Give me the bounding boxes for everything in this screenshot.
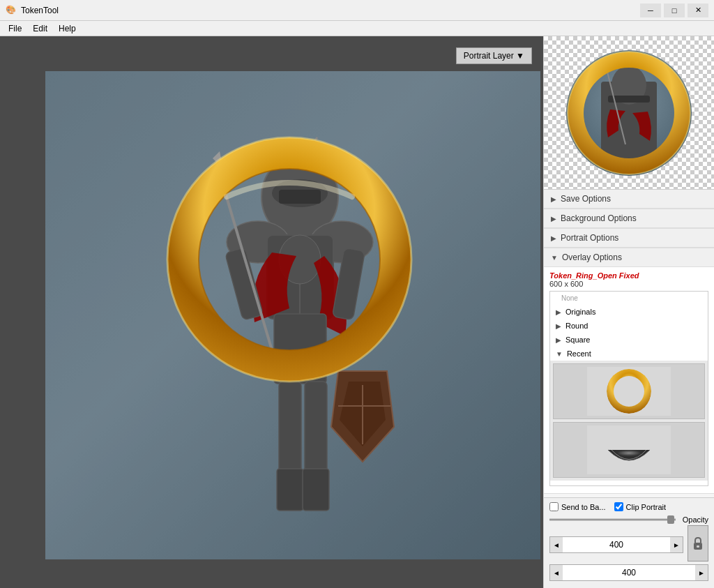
thumb-dark-ring-image xyxy=(587,425,671,474)
options-panel: ▶ Save Options ▶ Background Options ▶ Po… xyxy=(544,190,714,497)
token-preview-image xyxy=(563,47,695,179)
menu-help[interactable]: Help xyxy=(53,22,82,35)
window-controls: ─ □ ✕ xyxy=(640,3,708,17)
lock-icon xyxy=(692,536,704,550)
svg-rect-43 xyxy=(697,545,699,548)
overlay-filename: Token_Ring_Open Fixed xyxy=(549,271,708,280)
round-label: Round xyxy=(565,322,588,330)
svg-rect-16 xyxy=(279,382,301,472)
save-options-label: Save Options xyxy=(561,194,611,204)
svg-point-38 xyxy=(607,369,651,414)
save-options-arrow: ▶ xyxy=(551,195,556,203)
background-options-arrow: ▶ xyxy=(551,215,556,223)
height-decrease-button[interactable]: ◄ xyxy=(550,565,563,580)
right-panel: ▶ Save Options ▶ Background Options ▶ Po… xyxy=(543,36,714,588)
overlay-dimensions: 600 x 600 xyxy=(549,280,708,288)
width-decrease-button[interactable]: ◄ xyxy=(550,537,563,552)
save-options-header[interactable]: ▶ Save Options xyxy=(544,190,714,209)
app-title: TokenTool xyxy=(21,6,640,15)
background-options-header[interactable]: ▶ Background Options xyxy=(544,209,714,228)
thumb-dark-ring[interactable] xyxy=(553,422,705,478)
list-item-round[interactable]: ▶ Round xyxy=(550,319,708,333)
save-options-section: ▶ Save Options xyxy=(544,190,714,209)
recent-label: Recent xyxy=(567,349,591,358)
svg-rect-19 xyxy=(303,469,329,511)
minimize-button[interactable]: ─ xyxy=(640,3,661,17)
canvas-workspace[interactable] xyxy=(45,71,540,559)
overlay-list[interactable]: None ▶ Originals ▶ Round xyxy=(549,291,708,486)
height-increase-button[interactable]: ► xyxy=(695,565,708,580)
list-item-square[interactable]: ▶ Square xyxy=(550,333,708,347)
opacity-label: Opacity xyxy=(683,515,708,524)
gold-ring-overlay xyxy=(157,127,422,392)
thumb-gold-ring[interactable] xyxy=(553,363,705,419)
width-value: 400 xyxy=(563,538,670,551)
overlay-options-label: Overlay Options xyxy=(562,252,622,262)
thumb-grid xyxy=(553,363,705,478)
overlay-content: Token_Ring_Open Fixed 600 x 600 None ▶ O… xyxy=(544,267,714,493)
width-spinner[interactable]: ◄ 400 ► xyxy=(549,536,683,553)
height-spinner-row: ◄ 400 ► xyxy=(549,564,708,581)
overlay-options-section: ▼ Overlay Options Token_Ring_Open Fixed … xyxy=(544,248,714,494)
main-layout: Portrait Layer ▼ xyxy=(0,36,714,588)
width-spinner-row: ◄ 400 ► xyxy=(549,528,708,561)
portrait-layer-button[interactable]: Portrait Layer ▼ xyxy=(456,47,532,64)
list-item-recent[interactable]: ▼ Recent xyxy=(550,347,708,361)
clip-portrait-text: Clip Portrait xyxy=(626,503,666,511)
portrait-options-label: Portrait Options xyxy=(561,233,618,243)
app-icon: 🎨 xyxy=(6,5,17,16)
send-to-back-label[interactable]: Send to Ba... xyxy=(549,502,606,511)
recent-expanded xyxy=(550,361,708,481)
portrait-options-header[interactable]: ▶ Portrait Options xyxy=(544,229,714,248)
clip-portrait-checkbox[interactable] xyxy=(614,502,623,511)
menu-file[interactable]: File xyxy=(3,22,27,35)
portrait-options-arrow: ▶ xyxy=(551,234,556,242)
checkbox-row: Send to Ba... Clip Portrait xyxy=(549,502,708,511)
clip-portrait-label[interactable]: Clip Portrait xyxy=(614,502,666,511)
send-to-back-checkbox[interactable] xyxy=(549,502,559,511)
opacity-slider[interactable] xyxy=(549,518,676,521)
recent-arrow: ▼ xyxy=(556,350,563,358)
round-arrow: ▶ xyxy=(556,322,561,330)
title-bar: 🎨 TokenTool ─ □ ✕ xyxy=(0,0,714,21)
height-spinner[interactable]: ◄ 400 ► xyxy=(549,564,708,581)
list-item-originals[interactable]: ▶ Originals xyxy=(550,305,708,319)
overlay-options-arrow: ▼ xyxy=(551,254,558,262)
background-options-label: Background Options xyxy=(561,213,637,223)
portrait-options-section: ▶ Portrait Options xyxy=(544,229,714,248)
svg-point-22 xyxy=(167,137,411,382)
width-increase-button[interactable]: ► xyxy=(670,537,683,552)
menu-bar: File Edit Help xyxy=(0,21,714,36)
originals-label: Originals xyxy=(565,308,595,316)
list-item-none[interactable]: None xyxy=(550,292,708,305)
menu-edit[interactable]: Edit xyxy=(27,22,53,35)
token-preview xyxy=(544,36,714,190)
opacity-row: Opacity xyxy=(549,515,708,524)
canvas-area: Portrait Layer ▼ xyxy=(0,36,543,588)
background-options-section: ▶ Background Options xyxy=(544,209,714,229)
close-button[interactable]: ✕ xyxy=(688,3,708,17)
bottom-controls: Send to Ba... Clip Portrait Opacity ◄ xyxy=(544,497,714,588)
thumb-gold-ring-image xyxy=(587,367,671,416)
send-to-back-text: Send to Ba... xyxy=(561,503,606,511)
svg-rect-18 xyxy=(277,469,303,511)
square-label: Square xyxy=(565,336,590,344)
lock-button[interactable] xyxy=(688,525,708,561)
maximize-button[interactable]: □ xyxy=(664,3,685,17)
height-value: 400 xyxy=(563,566,695,579)
square-arrow: ▶ xyxy=(556,336,561,344)
overlay-options-header[interactable]: ▼ Overlay Options xyxy=(544,248,714,267)
originals-arrow: ▶ xyxy=(556,308,561,316)
svg-rect-17 xyxy=(305,382,327,472)
